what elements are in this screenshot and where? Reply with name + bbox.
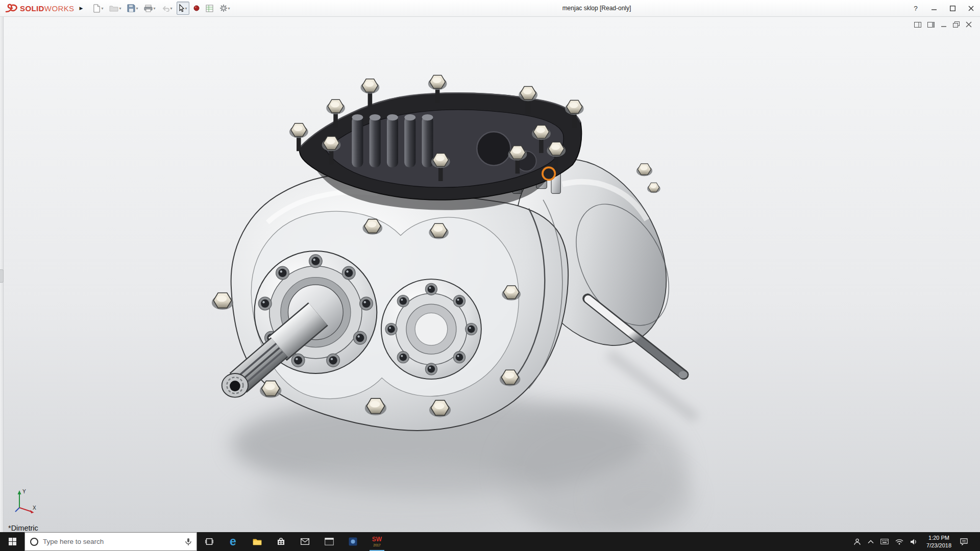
orientation-triad: Y X <box>11 487 38 516</box>
app-window-icon <box>325 538 334 545</box>
cursor-icon <box>179 4 185 12</box>
sw-text: SW <box>372 536 382 543</box>
titlebar: SOLIDWORKS ▶ ▾ ▾ ▾ <box>0 0 980 17</box>
network-button[interactable] <box>895 539 903 545</box>
brand-works: WORKS <box>44 4 75 13</box>
appearance-button[interactable] <box>191 2 202 15</box>
dropdown-arrow-icon: ▾ <box>153 6 155 11</box>
people-button[interactable] <box>853 538 861 545</box>
doc-restore-icon[interactable] <box>953 21 960 28</box>
console-app-button[interactable] <box>317 532 341 551</box>
graphics-viewport[interactable]: Y X *Dimetric <box>0 17 980 532</box>
save-button[interactable]: ▾ <box>125 2 140 15</box>
windows-taskbar: e <box>0 532 980 551</box>
mail-button[interactable] <box>293 532 317 551</box>
taskbar-clock[interactable]: 1:20 PM 7/23/2018 <box>924 534 953 549</box>
dropdown-arrow-icon: ▾ <box>170 6 173 11</box>
edge-icon: e <box>230 536 236 547</box>
view-orientation-label: *Dimetric <box>8 524 38 532</box>
chevron-up-icon <box>868 540 874 544</box>
file-explorer-button[interactable] <box>245 532 269 551</box>
task-view-icon <box>205 538 213 545</box>
document-title: menjac sklop [Read-only] <box>543 0 651 17</box>
sw-year-text: 2017 <box>373 543 380 547</box>
action-center-button[interactable] <box>960 538 968 545</box>
printer-icon <box>144 5 153 12</box>
floppy-icon <box>127 4 135 12</box>
taskbar-search[interactable] <box>24 532 197 551</box>
clock-date: 7/23/2018 <box>926 542 951 549</box>
doc-minimize-icon[interactable] <box>941 22 947 28</box>
touch-keyboard-button[interactable] <box>880 539 889 544</box>
options-button[interactable]: ▾ <box>217 2 232 15</box>
keyboard-icon <box>880 539 889 544</box>
solidworks-taskbar-button[interactable]: SW 2017 <box>365 532 389 551</box>
minimize-icon <box>932 6 937 11</box>
search-input[interactable] <box>43 538 181 545</box>
mail-icon <box>301 538 309 545</box>
solidworks-window: SOLIDWORKS ▶ ▾ ▾ ▾ <box>0 0 980 551</box>
system-tray: 1:20 PM 7/23/2018 <box>851 532 980 551</box>
secondary-flange[interactable] <box>381 279 481 379</box>
3d-scene[interactable] <box>0 17 980 532</box>
dropdown-arrow-icon: ▾ <box>228 6 230 11</box>
doc-close-icon[interactable] <box>966 21 972 28</box>
solidworks-logo: SOLIDWORKS <box>0 4 77 13</box>
start-button[interactable] <box>0 532 24 551</box>
brand-solid: SOLID <box>20 4 44 13</box>
folder-icon <box>109 5 118 12</box>
close-icon <box>968 6 974 11</box>
window-controls: ? <box>906 0 980 17</box>
help-button[interactable]: ? <box>906 0 925 17</box>
task-view-button[interactable] <box>197 532 221 551</box>
people-icon <box>853 538 861 545</box>
clock-time: 1:20 PM <box>926 534 951 541</box>
menu-flyout-arrow[interactable]: ▶ <box>80 6 83 11</box>
volume-button[interactable] <box>910 539 918 545</box>
maximize-icon <box>950 6 955 11</box>
windows-logo-icon <box>9 538 16 545</box>
solidworks-app-icon: SW 2017 <box>372 536 382 546</box>
ds-logo-icon <box>5 4 18 13</box>
minimize-button[interactable] <box>925 0 943 17</box>
undo-arrow-icon <box>162 5 170 12</box>
gear-icon <box>219 4 228 12</box>
maximize-button[interactable] <box>943 0 962 17</box>
dropdown-arrow-icon: ▾ <box>101 6 103 11</box>
dropdown-arrow-icon: ▾ <box>119 6 121 11</box>
x-axis-label: X <box>33 505 36 511</box>
sheet-icon <box>206 5 213 12</box>
dropdown-arrow-icon: ▾ <box>185 6 187 11</box>
blue-app-button[interactable] <box>341 532 365 551</box>
cortana-icon <box>30 537 39 546</box>
edge-button[interactable]: e <box>221 532 245 551</box>
store-button[interactable] <box>269 532 293 551</box>
select-tool-button[interactable]: ▾ <box>177 2 189 15</box>
open-button[interactable]: ▾ <box>107 2 123 15</box>
hidden-icons-button[interactable] <box>868 540 874 544</box>
new-document-button[interactable]: ▾ <box>91 2 105 15</box>
store-icon <box>277 537 285 546</box>
dropdown-arrow-icon: ▾ <box>136 6 138 11</box>
page-icon <box>93 4 101 13</box>
undo-button[interactable]: ▾ <box>160 2 175 15</box>
featuremanager-expand-handle[interactable] <box>0 269 4 283</box>
red-sphere-icon <box>193 5 200 11</box>
microphone-icon[interactable] <box>185 538 192 546</box>
document-window-controls <box>914 21 972 28</box>
quick-access-toolbar: ▾ ▾ ▾ ▾ <box>91 2 232 15</box>
y-axis-label: Y <box>22 489 26 494</box>
print-button[interactable]: ▾ <box>142 2 157 15</box>
pane-right-icon[interactable] <box>927 22 935 28</box>
y-axis-arrow <box>18 490 21 494</box>
speaker-icon <box>910 539 918 545</box>
table-button[interactable] <box>204 2 215 15</box>
z-axis-arrow <box>15 508 19 512</box>
blue-app-icon <box>349 537 357 546</box>
notification-icon <box>960 538 968 545</box>
brand-text: SOLIDWORKS <box>20 4 75 13</box>
network-icon <box>895 539 903 545</box>
pane-left-icon[interactable] <box>914 22 921 28</box>
close-button[interactable] <box>962 0 980 17</box>
file-explorer-icon <box>253 538 262 545</box>
